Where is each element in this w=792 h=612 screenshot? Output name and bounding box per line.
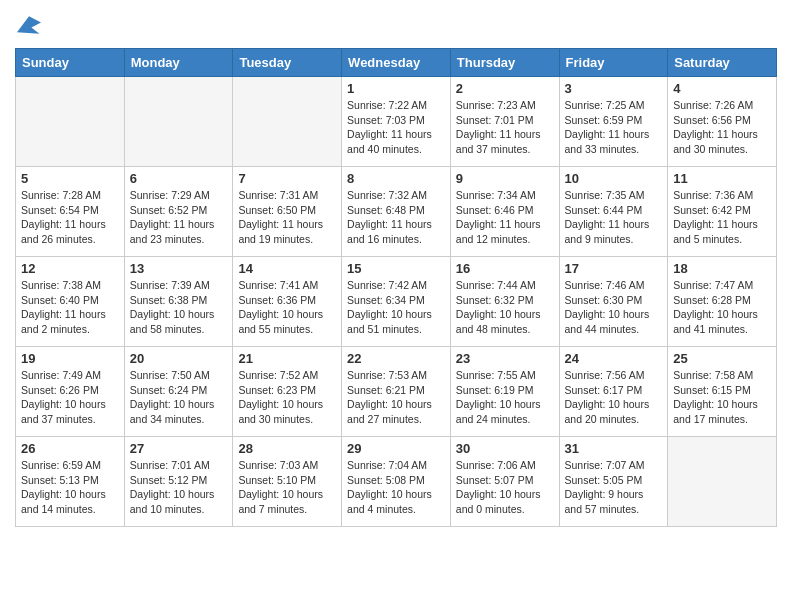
calendar-cell: 27Sunrise: 7:01 AMSunset: 5:12 PMDayligh… (124, 437, 233, 527)
calendar-cell: 25Sunrise: 7:58 AMSunset: 6:15 PMDayligh… (668, 347, 777, 437)
svg-marker-0 (17, 16, 41, 34)
calendar-cell: 13Sunrise: 7:39 AMSunset: 6:38 PMDayligh… (124, 257, 233, 347)
calendar-cell: 5Sunrise: 7:28 AMSunset: 6:54 PMDaylight… (16, 167, 125, 257)
calendar-cell: 31Sunrise: 7:07 AMSunset: 5:05 PMDayligh… (559, 437, 668, 527)
day-info: Sunrise: 7:06 AMSunset: 5:07 PMDaylight:… (456, 458, 554, 517)
day-info: Sunrise: 7:32 AMSunset: 6:48 PMDaylight:… (347, 188, 445, 247)
calendar-cell: 1Sunrise: 7:22 AMSunset: 7:03 PMDaylight… (342, 77, 451, 167)
calendar-cell: 23Sunrise: 7:55 AMSunset: 6:19 PMDayligh… (450, 347, 559, 437)
day-info: Sunrise: 7:28 AMSunset: 6:54 PMDaylight:… (21, 188, 119, 247)
calendar-cell: 7Sunrise: 7:31 AMSunset: 6:50 PMDaylight… (233, 167, 342, 257)
calendar-cell: 12Sunrise: 7:38 AMSunset: 6:40 PMDayligh… (16, 257, 125, 347)
weekday-header-friday: Friday (559, 49, 668, 77)
calendar-cell: 14Sunrise: 7:41 AMSunset: 6:36 PMDayligh… (233, 257, 342, 347)
day-number: 13 (130, 261, 228, 276)
day-number: 18 (673, 261, 771, 276)
calendar-cell: 22Sunrise: 7:53 AMSunset: 6:21 PMDayligh… (342, 347, 451, 437)
weekday-header-tuesday: Tuesday (233, 49, 342, 77)
calendar-cell (233, 77, 342, 167)
calendar-header-row: SundayMondayTuesdayWednesdayThursdayFrid… (16, 49, 777, 77)
day-number: 12 (21, 261, 119, 276)
calendar-cell: 17Sunrise: 7:46 AMSunset: 6:30 PMDayligh… (559, 257, 668, 347)
calendar-cell: 8Sunrise: 7:32 AMSunset: 6:48 PMDaylight… (342, 167, 451, 257)
day-number: 29 (347, 441, 445, 456)
calendar-cell: 26Sunrise: 6:59 AMSunset: 5:13 PMDayligh… (16, 437, 125, 527)
calendar-week-4: 19Sunrise: 7:49 AMSunset: 6:26 PMDayligh… (16, 347, 777, 437)
day-info: Sunrise: 7:29 AMSunset: 6:52 PMDaylight:… (130, 188, 228, 247)
day-number: 22 (347, 351, 445, 366)
weekday-header-wednesday: Wednesday (342, 49, 451, 77)
calendar-week-2: 5Sunrise: 7:28 AMSunset: 6:54 PMDaylight… (16, 167, 777, 257)
calendar-cell: 6Sunrise: 7:29 AMSunset: 6:52 PMDaylight… (124, 167, 233, 257)
calendar-week-3: 12Sunrise: 7:38 AMSunset: 6:40 PMDayligh… (16, 257, 777, 347)
calendar-cell: 21Sunrise: 7:52 AMSunset: 6:23 PMDayligh… (233, 347, 342, 437)
day-info: Sunrise: 7:39 AMSunset: 6:38 PMDaylight:… (130, 278, 228, 337)
day-info: Sunrise: 7:46 AMSunset: 6:30 PMDaylight:… (565, 278, 663, 337)
calendar-cell: 2Sunrise: 7:23 AMSunset: 7:01 PMDaylight… (450, 77, 559, 167)
day-info: Sunrise: 7:42 AMSunset: 6:34 PMDaylight:… (347, 278, 445, 337)
day-info: Sunrise: 7:49 AMSunset: 6:26 PMDaylight:… (21, 368, 119, 427)
day-number: 9 (456, 171, 554, 186)
calendar-week-5: 26Sunrise: 6:59 AMSunset: 5:13 PMDayligh… (16, 437, 777, 527)
day-info: Sunrise: 7:31 AMSunset: 6:50 PMDaylight:… (238, 188, 336, 247)
calendar-week-1: 1Sunrise: 7:22 AMSunset: 7:03 PMDaylight… (16, 77, 777, 167)
day-info: Sunrise: 7:35 AMSunset: 6:44 PMDaylight:… (565, 188, 663, 247)
calendar-cell: 18Sunrise: 7:47 AMSunset: 6:28 PMDayligh… (668, 257, 777, 347)
calendar-cell: 4Sunrise: 7:26 AMSunset: 6:56 PMDaylight… (668, 77, 777, 167)
calendar-cell: 19Sunrise: 7:49 AMSunset: 6:26 PMDayligh… (16, 347, 125, 437)
day-info: Sunrise: 7:50 AMSunset: 6:24 PMDaylight:… (130, 368, 228, 427)
day-info: Sunrise: 7:38 AMSunset: 6:40 PMDaylight:… (21, 278, 119, 337)
day-info: Sunrise: 7:25 AMSunset: 6:59 PMDaylight:… (565, 98, 663, 157)
day-number: 14 (238, 261, 336, 276)
day-number: 8 (347, 171, 445, 186)
day-number: 7 (238, 171, 336, 186)
calendar-cell: 3Sunrise: 7:25 AMSunset: 6:59 PMDaylight… (559, 77, 668, 167)
day-info: Sunrise: 7:23 AMSunset: 7:01 PMDaylight:… (456, 98, 554, 157)
day-number: 25 (673, 351, 771, 366)
day-number: 17 (565, 261, 663, 276)
day-info: Sunrise: 7:56 AMSunset: 6:17 PMDaylight:… (565, 368, 663, 427)
day-number: 31 (565, 441, 663, 456)
calendar-cell: 9Sunrise: 7:34 AMSunset: 6:46 PMDaylight… (450, 167, 559, 257)
day-number: 10 (565, 171, 663, 186)
calendar-cell: 10Sunrise: 7:35 AMSunset: 6:44 PMDayligh… (559, 167, 668, 257)
day-info: Sunrise: 7:41 AMSunset: 6:36 PMDaylight:… (238, 278, 336, 337)
page-header (15, 10, 777, 40)
calendar-cell: 16Sunrise: 7:44 AMSunset: 6:32 PMDayligh… (450, 257, 559, 347)
day-info: Sunrise: 7:26 AMSunset: 6:56 PMDaylight:… (673, 98, 771, 157)
calendar-cell: 24Sunrise: 7:56 AMSunset: 6:17 PMDayligh… (559, 347, 668, 437)
day-number: 20 (130, 351, 228, 366)
day-info: Sunrise: 7:01 AMSunset: 5:12 PMDaylight:… (130, 458, 228, 517)
day-number: 11 (673, 171, 771, 186)
day-number: 2 (456, 81, 554, 96)
weekday-header-monday: Monday (124, 49, 233, 77)
day-info: Sunrise: 7:53 AMSunset: 6:21 PMDaylight:… (347, 368, 445, 427)
day-number: 16 (456, 261, 554, 276)
day-info: Sunrise: 7:22 AMSunset: 7:03 PMDaylight:… (347, 98, 445, 157)
day-number: 1 (347, 81, 445, 96)
calendar-cell: 28Sunrise: 7:03 AMSunset: 5:10 PMDayligh… (233, 437, 342, 527)
weekday-header-saturday: Saturday (668, 49, 777, 77)
day-info: Sunrise: 7:58 AMSunset: 6:15 PMDaylight:… (673, 368, 771, 427)
day-info: Sunrise: 7:34 AMSunset: 6:46 PMDaylight:… (456, 188, 554, 247)
calendar-table: SundayMondayTuesdayWednesdayThursdayFrid… (15, 48, 777, 527)
weekday-header-thursday: Thursday (450, 49, 559, 77)
day-number: 26 (21, 441, 119, 456)
day-info: Sunrise: 7:55 AMSunset: 6:19 PMDaylight:… (456, 368, 554, 427)
calendar-cell: 11Sunrise: 7:36 AMSunset: 6:42 PMDayligh… (668, 167, 777, 257)
day-number: 30 (456, 441, 554, 456)
logo-bird-icon (17, 15, 41, 35)
day-info: Sunrise: 7:47 AMSunset: 6:28 PMDaylight:… (673, 278, 771, 337)
day-number: 28 (238, 441, 336, 456)
day-info: Sunrise: 7:04 AMSunset: 5:08 PMDaylight:… (347, 458, 445, 517)
day-info: Sunrise: 6:59 AMSunset: 5:13 PMDaylight:… (21, 458, 119, 517)
day-number: 4 (673, 81, 771, 96)
day-info: Sunrise: 7:52 AMSunset: 6:23 PMDaylight:… (238, 368, 336, 427)
calendar-cell: 15Sunrise: 7:42 AMSunset: 6:34 PMDayligh… (342, 257, 451, 347)
day-number: 24 (565, 351, 663, 366)
calendar-cell (124, 77, 233, 167)
calendar-cell: 29Sunrise: 7:04 AMSunset: 5:08 PMDayligh… (342, 437, 451, 527)
day-number: 19 (21, 351, 119, 366)
day-info: Sunrise: 7:07 AMSunset: 5:05 PMDaylight:… (565, 458, 663, 517)
calendar-cell: 20Sunrise: 7:50 AMSunset: 6:24 PMDayligh… (124, 347, 233, 437)
